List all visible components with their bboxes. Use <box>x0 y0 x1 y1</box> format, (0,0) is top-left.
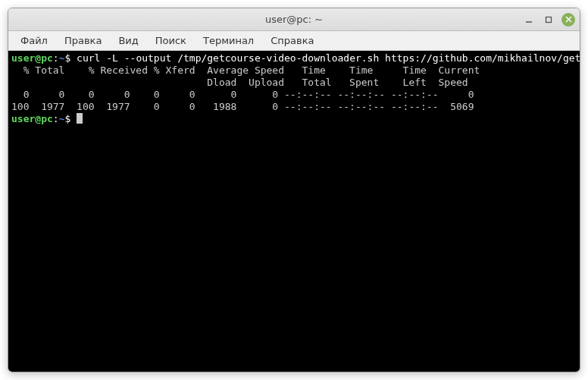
command-text <box>70 52 77 64</box>
prompt-dollar-2: $ <box>64 113 70 124</box>
prompt-user: user@pc <box>11 52 53 64</box>
menu-terminal[interactable]: Терминал <box>195 33 261 49</box>
menu-help[interactable]: Справка <box>263 33 321 49</box>
menubar: Файл Правка Вид Поиск Терминал Справка <box>8 31 580 51</box>
close-button[interactable] <box>561 13 575 27</box>
menu-file[interactable]: Файл <box>13 33 55 49</box>
prompt-user-2: user@pc <box>11 113 53 124</box>
prompt-colon: : <box>53 52 59 64</box>
prompt-colon-2: : <box>53 113 59 124</box>
minimize-button[interactable] <box>522 13 536 27</box>
menu-search[interactable]: Поиск <box>148 33 194 49</box>
output-row-1: 0 0 0 0 0 0 0 0 --:--:-- --:--:-- --:--:… <box>11 89 474 100</box>
cursor-icon <box>77 113 83 124</box>
svg-rect-1 <box>546 17 552 22</box>
window-title: user@pc: ~ <box>265 14 323 25</box>
menu-view[interactable]: Вид <box>111 33 145 49</box>
output-header-1: % Total % Received % Xferd Average Speed… <box>11 64 480 76</box>
command-text: curl -L --output /tmp/getcourse-video-do… <box>77 52 580 64</box>
window-controls <box>522 13 575 27</box>
terminal-window: user@pc: ~ Файл Правка Вид Поиск Термина… <box>8 8 580 372</box>
terminal-area[interactable]: user@pc:~$ curl -L --output /tmp/getcour… <box>8 51 580 372</box>
output-header-2: Dload Upload Total Spent Left Speed <box>11 77 468 88</box>
maximize-button[interactable] <box>542 13 555 27</box>
titlebar: user@pc: ~ <box>8 8 580 31</box>
output-row-2: 100 1977 100 1977 0 0 1988 0 --:--:-- --… <box>11 101 474 112</box>
menu-edit[interactable]: Правка <box>57 33 109 49</box>
